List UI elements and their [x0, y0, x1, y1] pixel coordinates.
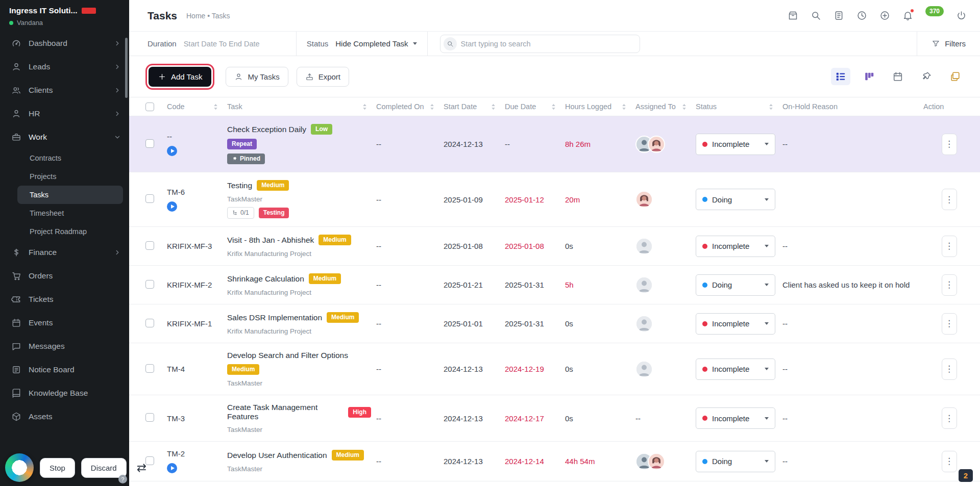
task-project[interactable]: Krifix Manufacturing Project — [227, 327, 371, 335]
search-input[interactable] — [461, 40, 640, 48]
sidebar-item-tasks[interactable]: Tasks — [17, 186, 123, 204]
breadcrumb[interactable]: Home • Tasks — [186, 12, 230, 20]
assignee-avatar[interactable] — [635, 361, 653, 378]
column-header-action[interactable]: Action — [923, 103, 980, 111]
power-logout-icon[interactable] — [956, 10, 967, 21]
task-title[interactable]: Shrinkage Calculation — [227, 274, 304, 284]
task-title[interactable]: Create Task Management Features — [227, 403, 344, 421]
filters-button[interactable]: Filters — [917, 32, 980, 56]
task-project[interactable]: TaskMaster — [227, 195, 371, 203]
sort-icon[interactable] — [362, 104, 367, 110]
row-actions-button[interactable]: ⋮ — [942, 134, 957, 155]
extension-counter-badge[interactable]: 370 — [925, 6, 944, 16]
discard-button[interactable]: Discard — [81, 458, 127, 478]
kanban-view-icon[interactable] — [860, 68, 879, 85]
my-tasks-button[interactable]: My Tasks — [226, 67, 288, 87]
add-task-button[interactable]: Add Task — [149, 67, 211, 87]
column-header-start-date[interactable]: Start Date — [444, 103, 505, 111]
sidebar-item-messages[interactable]: Messages — [0, 335, 129, 358]
sidebar-item-orders[interactable]: Orders — [0, 264, 129, 288]
start-timer-button[interactable] — [167, 201, 177, 212]
sort-icon[interactable] — [769, 104, 773, 110]
sort-icon[interactable] — [682, 104, 687, 110]
row-actions-button[interactable]: ⋮ — [942, 189, 957, 210]
row-checkbox[interactable] — [145, 241, 154, 250]
quick-add-icon[interactable] — [879, 10, 890, 21]
duration-input[interactable] — [184, 40, 286, 48]
sidebar-item-tickets[interactable]: Tickets — [0, 288, 129, 311]
sidebar-item-contracts[interactable]: Contracts — [0, 149, 129, 167]
task-project[interactable]: Krifix Manufacturing Project — [227, 250, 371, 258]
assignee-avatar[interactable] — [648, 136, 665, 153]
status-select[interactable]: Doing — [696, 451, 775, 472]
sidebar-item-projects[interactable]: Projects — [0, 167, 129, 186]
sidebar-item-knowledge-base[interactable]: Knowledge Base — [0, 381, 129, 405]
sidebar-scrollbar[interactable] — [125, 38, 128, 98]
assignee-avatar[interactable] — [635, 315, 653, 332]
status-filter-dropdown[interactable]: Hide Completed Task — [335, 39, 416, 48]
sidebar-item-dashboard[interactable]: Dashboard — [0, 32, 129, 55]
row-actions-button[interactable]: ⋮ — [942, 236, 957, 257]
column-header-task[interactable]: Task — [227, 103, 376, 111]
task-project[interactable]: TaskMaster — [227, 426, 371, 433]
task-project[interactable]: TaskMaster — [227, 379, 371, 387]
sort-icon[interactable] — [551, 104, 556, 110]
status-select[interactable]: Incomplete — [696, 359, 775, 380]
notes-icon[interactable] — [834, 10, 844, 21]
task-project[interactable]: Krifix Manufacturing Project — [227, 289, 371, 296]
column-header-code[interactable]: Code — [167, 103, 227, 111]
status-select[interactable]: Incomplete — [696, 236, 775, 257]
sidebar-item-hr[interactable]: HR — [0, 102, 129, 125]
task-title[interactable]: Testing — [227, 181, 252, 190]
status-select[interactable]: Doing — [696, 274, 775, 296]
column-header-due-date[interactable]: Due Date — [505, 103, 565, 111]
row-checkbox[interactable] — [145, 364, 154, 373]
row-actions-button[interactable]: ⋮ — [942, 313, 957, 335]
company-name[interactable]: Ingress IT Soluti... — [9, 6, 78, 15]
column-header-on-hold-reason[interactable]: On-Hold Reason — [782, 103, 923, 111]
sidebar-item-finance[interactable]: Finance — [0, 241, 129, 264]
column-header-completed-on[interactable]: Completed On — [376, 103, 444, 111]
sort-icon[interactable] — [430, 104, 434, 110]
status-select[interactable]: Incomplete — [696, 407, 775, 429]
row-checkbox[interactable] — [145, 139, 154, 148]
sidebar-item-work[interactable]: Work — [0, 125, 129, 149]
sort-icon[interactable] — [622, 104, 626, 110]
status-select[interactable]: Incomplete — [696, 134, 775, 155]
notifications-bell-icon[interactable] — [902, 10, 913, 21]
select-all-checkbox[interactable] — [129, 103, 167, 111]
row-actions-button[interactable]: ⋮ — [942, 407, 957, 429]
swap-camera-icon[interactable]: ⇄ — [137, 462, 146, 474]
sidebar-item-leads[interactable]: Leads — [0, 55, 129, 79]
row-checkbox[interactable] — [145, 319, 154, 327]
row-actions-button[interactable]: ⋮ — [942, 274, 957, 296]
task-title[interactable]: Sales DSR Implementation — [227, 313, 322, 322]
row-checkbox[interactable] — [145, 194, 154, 203]
row-checkbox[interactable] — [145, 456, 154, 465]
assignee-avatar[interactable] — [635, 276, 653, 294]
stop-button[interactable]: Stop — [40, 458, 75, 478]
row-actions-button[interactable]: ⋮ — [942, 451, 957, 472]
sidebar-item-events[interactable]: Events — [0, 311, 129, 335]
sidebar-item-clients[interactable]: Clients — [0, 79, 129, 102]
column-header-hours-logged[interactable]: Hours Logged — [565, 103, 635, 111]
assignee-avatar[interactable] — [648, 453, 665, 470]
sort-icon[interactable] — [491, 104, 496, 110]
search-icon[interactable] — [811, 10, 821, 21]
task-project[interactable]: TaskMaster — [227, 465, 371, 473]
row-checkbox[interactable] — [145, 280, 154, 289]
sidebar-item-notice-board[interactable]: Notice Board — [0, 358, 129, 381]
start-timer-button[interactable] — [167, 146, 177, 156]
row-actions-button[interactable]: ⋮ — [942, 359, 957, 380]
pinned-view-icon[interactable] — [917, 68, 936, 85]
task-title[interactable]: Develop Search and Filter Options — [227, 351, 348, 360]
status-select[interactable]: Doing — [696, 189, 775, 210]
apps-box-icon[interactable] — [788, 10, 798, 21]
help-icon[interactable]: ? — [118, 475, 127, 483]
sidebar-item-project-roadmap[interactable]: Project Roadmap — [0, 222, 129, 241]
sidebar-item-timesheet[interactable]: Timesheet — [0, 204, 129, 222]
row-checkbox[interactable] — [145, 413, 154, 422]
assignee-avatar[interactable] — [635, 191, 653, 208]
calendar-view-icon[interactable] — [888, 68, 908, 85]
column-header-status[interactable]: Status — [696, 103, 782, 111]
